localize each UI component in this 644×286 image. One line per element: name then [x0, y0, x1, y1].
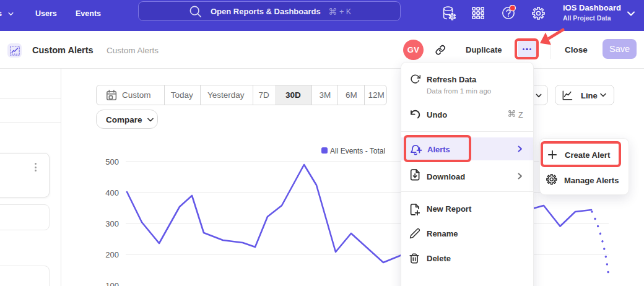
svg-text:100: 100	[105, 281, 119, 286]
svg-text:200: 200	[105, 250, 119, 259]
svg-text:300: 300	[105, 219, 119, 228]
svg-text:500: 500	[105, 157, 119, 167]
svg-text:400: 400	[105, 188, 119, 197]
